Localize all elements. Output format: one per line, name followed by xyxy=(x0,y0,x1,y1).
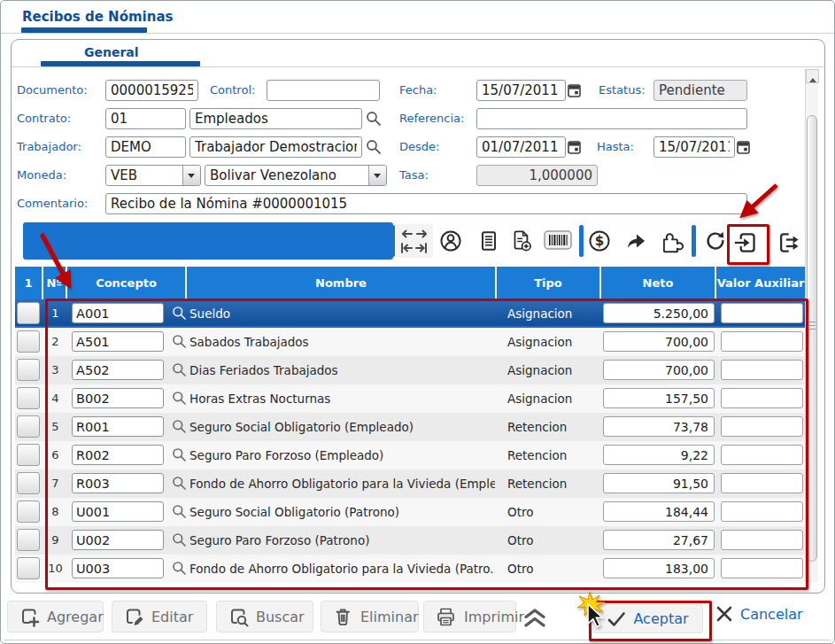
eliminar-button[interactable]: Eliminar xyxy=(321,601,419,632)
row-selector-button[interactable] xyxy=(17,359,40,381)
agregar-button[interactable]: Agregar xyxy=(7,601,104,632)
header-selector[interactable]: 1 xyxy=(15,267,43,299)
header-nombre[interactable]: Nombre xyxy=(187,267,497,299)
row-selector-button[interactable] xyxy=(17,302,40,324)
search-icon[interactable] xyxy=(172,306,187,321)
concepto-input[interactable] xyxy=(72,360,164,380)
row-selector-button[interactable] xyxy=(17,557,40,579)
aceptar-button[interactable]: Aceptar xyxy=(592,604,703,633)
valor-auxiliar-input[interactable] xyxy=(721,360,803,380)
buscar-label: Buscar xyxy=(256,609,305,625)
divider xyxy=(4,640,831,640)
concepto-input[interactable] xyxy=(72,331,164,352)
valor-auxiliar-input[interactable] xyxy=(721,501,803,522)
search-icon[interactable] xyxy=(172,532,187,547)
concepto-input[interactable] xyxy=(72,558,164,578)
table-row[interactable]: 2Sabados TrabajadosAsignacion xyxy=(15,328,805,356)
row-selector-button[interactable] xyxy=(17,444,40,466)
row-number: 10 xyxy=(43,555,67,583)
nombre-cell: Seguro Social Obligatorio (Patrono) xyxy=(189,498,495,526)
row-number: 1 xyxy=(43,299,67,328)
neto-input[interactable] xyxy=(603,388,715,408)
valor-auxiliar-input[interactable] xyxy=(721,558,803,578)
nombre-cell: Sabados Trabajados xyxy=(189,328,495,356)
valor-auxiliar-input[interactable] xyxy=(721,331,803,352)
table-row[interactable]: 9Seguro Paro Forzoso (Patrono)Otro xyxy=(15,526,805,555)
check-icon xyxy=(607,611,626,627)
row-number: 6 xyxy=(43,441,67,469)
table-row[interactable]: 1SueldoAsignacion xyxy=(15,299,805,328)
row-selector-button[interactable] xyxy=(17,500,40,523)
collapse-button[interactable] xyxy=(520,606,550,629)
search-icon[interactable] xyxy=(172,391,187,406)
neto-input[interactable] xyxy=(603,501,715,522)
table-row[interactable]: 8Seguro Social Obligatorio (Patrono)Otro xyxy=(15,498,805,526)
search-icon[interactable] xyxy=(172,504,187,519)
cancelar-button[interactable]: Cancelar xyxy=(710,604,808,624)
search-icon[interactable] xyxy=(172,447,187,462)
valor-auxiliar-input[interactable] xyxy=(721,445,803,465)
nombre-cell: Fondo de Ahorro Obligatorio para la Vivi… xyxy=(189,469,495,498)
row-selector-button[interactable] xyxy=(17,415,40,438)
nombre-cell: Dias Feriados Trabajados xyxy=(189,356,495,384)
neto-input[interactable] xyxy=(603,360,715,380)
page-title[interactable]: Recibos de Nóminas xyxy=(22,9,173,25)
row-number: 2 xyxy=(43,328,67,356)
concepto-input[interactable] xyxy=(72,445,164,465)
valor-auxiliar-input[interactable] xyxy=(721,416,803,437)
valor-auxiliar-input[interactable] xyxy=(721,473,803,493)
neto-input[interactable] xyxy=(603,473,715,493)
vertical-scrollbar[interactable] xyxy=(805,69,818,582)
valor-auxiliar-input[interactable] xyxy=(721,530,803,550)
header-neto[interactable]: Neto xyxy=(601,267,716,299)
search-icon[interactable] xyxy=(172,561,187,576)
scrollbar-grip xyxy=(809,322,816,330)
row-number: 4 xyxy=(43,384,67,413)
table-row[interactable]: 4Horas Extras NocturnasAsignacion xyxy=(15,384,805,413)
neto-input[interactable] xyxy=(603,331,715,352)
table-row[interactable]: 6Seguro Paro Forzoso (Empleado)Retencion xyxy=(15,441,805,469)
neto-input[interactable] xyxy=(603,416,715,437)
neto-input[interactable] xyxy=(603,530,715,550)
table-row[interactable]: 3Dias Feriados TrabajadosAsignacion xyxy=(15,356,805,384)
header-valor-auxiliar[interactable]: Valor Auxiliar xyxy=(716,267,805,299)
table-row[interactable]: 7Fondo de Ahorro Obligatorio para la Viv… xyxy=(15,469,805,498)
search-icon[interactable] xyxy=(172,476,187,491)
buscar-button[interactable]: Buscar xyxy=(216,601,313,632)
row-selector-button[interactable] xyxy=(17,387,40,409)
header-concepto[interactable]: Concepto xyxy=(67,267,187,299)
neto-input[interactable] xyxy=(603,445,715,465)
search-icon[interactable] xyxy=(172,334,187,349)
search-icon[interactable] xyxy=(172,419,187,434)
tipo-cell: Otro xyxy=(507,498,596,526)
concepto-input[interactable] xyxy=(72,388,164,408)
concepto-input[interactable] xyxy=(72,473,164,493)
row-number: 5 xyxy=(43,413,67,441)
agregar-label: Agregar xyxy=(47,609,104,625)
scrollbar-thumb[interactable] xyxy=(807,115,817,562)
valor-auxiliar-input[interactable] xyxy=(721,303,803,323)
concepto-input[interactable] xyxy=(72,530,164,550)
header-tipo[interactable]: Tipo xyxy=(497,267,601,299)
concepto-input[interactable] xyxy=(72,501,164,522)
row-selector-button[interactable] xyxy=(17,529,40,551)
neto-input[interactable] xyxy=(603,558,715,578)
imprimir-button[interactable]: Imprimir xyxy=(423,601,516,632)
search-icon[interactable] xyxy=(172,362,187,377)
row-selector-button[interactable] xyxy=(17,330,40,353)
valor-auxiliar-input[interactable] xyxy=(721,388,803,408)
row-selector-button[interactable] xyxy=(17,472,40,494)
general-panel: General Documento: Control: Fecha: Estat… xyxy=(11,39,825,594)
table-row[interactable]: 10Fondo de Ahorro Obligatorio para la Vi… xyxy=(15,555,805,583)
table-row[interactable]: 5Seguro Social Obligatorio (Empleado)Ret… xyxy=(15,413,805,441)
nombre-cell: Sueldo xyxy=(189,299,495,328)
scroll-up-button[interactable] xyxy=(806,69,819,83)
grid-header: 1 Nº Concepto Nombre Tipo Neto Valor Aux… xyxy=(15,267,805,299)
editar-button[interactable]: Editar xyxy=(112,601,207,632)
concepto-input[interactable] xyxy=(72,416,164,437)
tipo-cell: Retencion xyxy=(507,413,596,441)
concepto-input[interactable] xyxy=(72,303,164,323)
neto-input[interactable] xyxy=(603,303,715,323)
divider xyxy=(1,33,834,34)
header-numero[interactable]: Nº xyxy=(43,267,67,299)
